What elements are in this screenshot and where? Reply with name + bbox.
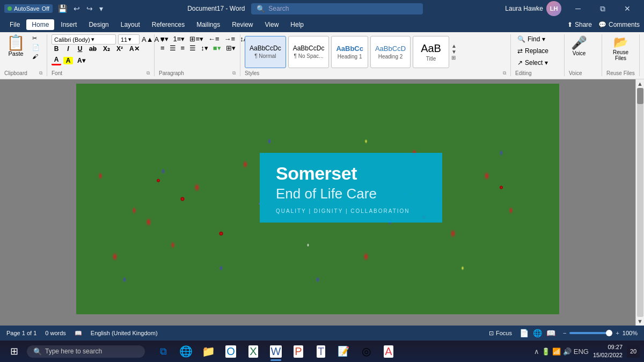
powerpoint-button[interactable]: P (288, 341, 309, 362)
word-button[interactable]: W (265, 341, 287, 362)
network-icon[interactable]: 📶 (552, 348, 561, 356)
menu-insert[interactable]: Insert (55, 19, 82, 30)
menu-review[interactable]: Review (226, 19, 258, 30)
font-size-dropdown[interactable]: 11 ▾ (118, 34, 140, 45)
menu-references[interactable]: References (147, 19, 190, 30)
chevron-up-icon[interactable]: ∧ (534, 348, 539, 356)
italic-button[interactable]: I (63, 45, 73, 53)
outlook-button[interactable]: O (220, 341, 241, 362)
document-page[interactable]: Somerset End of Life Care QUALITY | DIGN… (76, 84, 559, 314)
autosave-badge[interactable]: AutoSave Off (4, 4, 53, 13)
shading-para-button[interactable]: ■▾ (211, 43, 223, 53)
lang-label[interactable]: ENG (574, 348, 589, 356)
teams-button[interactable]: T (310, 341, 332, 362)
justify-button[interactable]: ☰ (188, 43, 197, 53)
find-button[interactable]: 🔍 Find ▾ (515, 34, 551, 44)
side-scrollbar[interactable]: ▲ ▼ (635, 79, 644, 326)
bullets-button[interactable]: ≡▾ (159, 34, 170, 43)
line-spacing-button[interactable]: ↕▾ (199, 43, 210, 53)
increase-indent-button[interactable]: →≡ (223, 34, 237, 43)
menu-view[interactable]: View (260, 19, 284, 30)
task-view-button[interactable]: ⧉ (152, 341, 174, 362)
search-input[interactable] (268, 5, 418, 12)
underline-button[interactable]: U (75, 45, 85, 53)
menu-design[interactable]: Design (83, 19, 114, 30)
edge-button[interactable]: 🌐 (175, 341, 196, 362)
bold-button[interactable]: B (52, 45, 61, 53)
file-explorer-button[interactable]: 📁 (197, 341, 219, 362)
share-button[interactable]: ⬆ Share (567, 21, 592, 28)
menu-layout[interactable]: Layout (115, 19, 145, 30)
clear-format-button[interactable]: A✕ (127, 45, 142, 53)
cut-button[interactable]: ✂ (31, 34, 41, 42)
taskbar-search[interactable]: 🔍 Type here to search (27, 345, 145, 358)
scroll-track[interactable] (637, 88, 643, 317)
focus-button[interactable]: ⊡ Focus (489, 330, 512, 337)
align-right-button[interactable]: ≡ (179, 43, 187, 53)
dictate-button[interactable]: 🎤 Voice (569, 34, 589, 57)
search-bar[interactable]: 🔍 (251, 3, 423, 14)
sticky-notes-button[interactable]: 📝 (333, 341, 354, 362)
font-family-dropdown[interactable]: Calibri (Body) ▾ (52, 34, 116, 45)
menu-file[interactable]: File (4, 19, 25, 30)
style-title[interactable]: AaB Title (413, 36, 449, 68)
strikethrough-button[interactable]: ab (87, 45, 99, 53)
chrome-button[interactable]: ◎ (355, 341, 377, 362)
menu-mailings[interactable]: Mailings (191, 19, 225, 30)
paragraph-expand-icon[interactable]: ⧉ (232, 70, 236, 76)
font-color-button[interactable]: A (52, 55, 61, 65)
style-heading2[interactable]: AaBbCcD Heading 2 (370, 36, 411, 68)
more-icon[interactable]: ▾ (97, 3, 105, 14)
undo-icon[interactable]: ↩ (71, 3, 82, 14)
decrease-indent-button[interactable]: ←≡ (207, 34, 221, 43)
align-left-button[interactable]: ≡ (159, 43, 166, 53)
scroll-down-button[interactable]: ▼ (637, 318, 643, 324)
reuse-files-button[interactable]: 📂 Reuse Files (606, 34, 635, 62)
web-layout-button[interactable]: 🌐 (532, 328, 543, 338)
menu-help[interactable]: Help (285, 19, 309, 30)
sound-icon[interactable]: 🔊 (563, 348, 572, 356)
align-center-button[interactable]: ☰ (168, 43, 178, 53)
system-clock[interactable]: 09:27 15/02/2022 (593, 343, 623, 360)
superscript-button[interactable]: X² (114, 45, 125, 53)
comments-button[interactable]: 💬 Comments (598, 21, 640, 28)
paste-button[interactable]: 📋 Paste (4, 34, 27, 58)
numbering-button[interactable]: 1≡▾ (172, 34, 187, 43)
read-mode-button[interactable]: 📖 (545, 328, 557, 338)
style-heading1[interactable]: AaBbCc Heading 1 (331, 36, 368, 68)
start-button[interactable]: ⊞ (4, 342, 24, 361)
copy-button[interactable]: 📄 (31, 43, 41, 51)
language[interactable]: English (United Kingdom) (91, 330, 158, 336)
styles-expand-icon[interactable]: ⧉ (503, 70, 506, 76)
close-button[interactable]: ✕ (615, 0, 640, 17)
subscript-button[interactable]: X₂ (101, 45, 112, 53)
font-expand-icon[interactable]: ⧉ (147, 70, 150, 76)
scroll-up-button[interactable]: ▲ (637, 80, 643, 87)
menu-home[interactable]: Home (26, 19, 54, 30)
highlight-button[interactable]: A (63, 57, 73, 64)
increase-font-button[interactable]: A▲ (142, 35, 153, 43)
battery-icon[interactable]: 🔋 (541, 348, 550, 356)
styles-more[interactable]: ⊞ (451, 55, 457, 61)
clipboard-expand-icon[interactable]: ⧉ (39, 70, 42, 76)
acrobat-button[interactable]: A (378, 341, 399, 362)
replace-button[interactable]: ⇄ Replace (515, 46, 551, 56)
save-icon[interactable]: 💾 (56, 3, 69, 14)
multilevel-button[interactable]: ⊞≡▾ (188, 34, 205, 43)
notification-badge[interactable]: 20 (627, 345, 640, 358)
borders-button[interactable]: ⊞▾ (224, 43, 237, 53)
shading-button[interactable]: A▾ (75, 56, 87, 65)
style-normal[interactable]: AaBbCcDc ¶ Normal (245, 36, 286, 68)
restore-button[interactable]: ⧉ (590, 0, 615, 17)
zoom-in-button[interactable]: + (616, 330, 619, 336)
style-no-spacing[interactable]: AaBbCcDc ¶ No Spac... (288, 36, 330, 68)
minimize-button[interactable]: ─ (566, 0, 590, 17)
format-painter-button[interactable]: 🖌 (31, 53, 41, 60)
excel-button[interactable]: X (243, 341, 264, 362)
print-layout-button[interactable]: 📄 (518, 328, 530, 338)
zoom-slider[interactable] (569, 332, 612, 334)
zoom-out-button[interactable]: − (563, 330, 566, 336)
styles-scroll-down[interactable]: ▼ (451, 49, 457, 55)
scroll-thumb[interactable] (637, 88, 643, 104)
select-button[interactable]: ↗ Select ▾ (515, 58, 551, 68)
